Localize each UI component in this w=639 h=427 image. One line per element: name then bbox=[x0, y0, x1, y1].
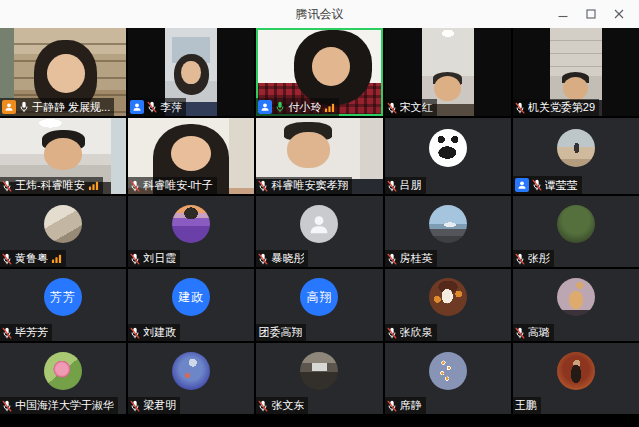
mic-muted-icon bbox=[515, 253, 525, 265]
mic-muted-icon bbox=[2, 180, 12, 192]
mic-muted-icon bbox=[387, 327, 397, 339]
participant-tile[interactable]: 黄鲁粤 bbox=[0, 196, 126, 267]
participant-label: 高璐 bbox=[513, 324, 554, 341]
participant-name: 张欣泉 bbox=[400, 326, 433, 339]
participant-label: 付小玲 bbox=[256, 98, 339, 116]
user-badge-icon bbox=[515, 178, 529, 192]
participant-label: 谭莹莹 bbox=[513, 176, 582, 194]
participant-name: 暴晓彤 bbox=[271, 252, 304, 265]
participant-label: 毕芳芳 bbox=[0, 324, 52, 341]
avatar bbox=[300, 352, 338, 390]
participant-tile[interactable]: 王鹏 bbox=[513, 343, 639, 414]
participant-tile[interactable]: 张彤 bbox=[513, 196, 639, 267]
mic-muted-icon bbox=[258, 180, 268, 192]
participant-label: 科睿唯安窦孝翔 bbox=[256, 177, 352, 194]
participant-tile[interactable]: 谭莹莹 bbox=[513, 118, 639, 194]
avatar-area bbox=[385, 196, 511, 251]
participant-name: 毕芳芳 bbox=[15, 326, 48, 339]
participant-tile[interactable]: 高璐 bbox=[513, 269, 639, 341]
volume-bars-icon bbox=[324, 102, 335, 113]
participant-grid: 于静静 发展规...李萍付小玲宋文红机关党委第29王炜-科睿唯安科睿唯安-叶子科… bbox=[0, 28, 639, 414]
participant-tile[interactable]: 于静静 发展规... bbox=[0, 28, 126, 116]
avatar-area bbox=[513, 196, 639, 251]
participant-tile[interactable]: 中国海洋大学于淑华 bbox=[0, 343, 126, 414]
participant-name: 刘建政 bbox=[143, 326, 176, 339]
user-badge-icon bbox=[2, 100, 16, 114]
mic-muted-icon bbox=[2, 327, 12, 339]
volume-bars-icon bbox=[51, 253, 62, 264]
title-bar: 腾讯会议 bbox=[0, 0, 639, 28]
participant-label: 吕朋 bbox=[385, 177, 426, 194]
participant-label: 黄鲁粤 bbox=[0, 250, 66, 267]
participant-tile[interactable]: 房桂英 bbox=[385, 196, 511, 267]
avatar-initials: 芳芳 bbox=[50, 289, 76, 306]
close-icon bbox=[614, 9, 624, 19]
participant-tile[interactable]: 张欣泉 bbox=[385, 269, 511, 341]
maximize-button[interactable] bbox=[579, 3, 603, 25]
user-badge-icon bbox=[258, 100, 272, 114]
participant-label: 席静 bbox=[385, 397, 426, 414]
mic-muted-icon bbox=[130, 327, 140, 339]
participant-tile[interactable]: 王炜-科睿唯安 bbox=[0, 118, 126, 194]
avatar bbox=[429, 129, 467, 167]
participant-label: 于静静 发展规... bbox=[0, 98, 114, 116]
participant-tile[interactable]: 刘日霞 bbox=[128, 196, 254, 267]
mic-on-icon bbox=[19, 101, 29, 113]
participant-name: 张文东 bbox=[271, 399, 304, 412]
avatar bbox=[557, 352, 595, 390]
mic-speaking-icon bbox=[275, 101, 285, 113]
participant-tile[interactable]: 建政刘建政 bbox=[128, 269, 254, 341]
user-badge-icon bbox=[130, 100, 144, 114]
participant-tile[interactable]: 科睿唯安-叶子 bbox=[128, 118, 254, 194]
avatar-area: 高翔 bbox=[256, 269, 382, 325]
maximize-icon bbox=[586, 9, 596, 19]
avatar-area bbox=[513, 343, 639, 398]
avatar-area bbox=[128, 196, 254, 251]
mic-muted-icon bbox=[515, 102, 525, 114]
participant-label: 科睿唯安-叶子 bbox=[128, 177, 217, 194]
participant-name: 吕朋 bbox=[400, 179, 422, 192]
participant-tile[interactable]: 暴晓彤 bbox=[256, 196, 382, 267]
participant-label: 张欣泉 bbox=[385, 324, 437, 341]
participant-tile[interactable]: 宋文红 bbox=[385, 28, 511, 116]
participant-label: 王鹏 bbox=[513, 397, 541, 414]
avatar-area bbox=[128, 343, 254, 398]
person-icon bbox=[308, 213, 330, 235]
participant-tile[interactable]: 席静 bbox=[385, 343, 511, 414]
minimize-button[interactable] bbox=[551, 3, 575, 25]
participant-name: 李萍 bbox=[160, 101, 182, 114]
participant-label: 宋文红 bbox=[385, 99, 437, 116]
participant-tile[interactable]: 吕朋 bbox=[385, 118, 511, 194]
participant-name: 张彤 bbox=[528, 252, 550, 265]
window-controls bbox=[551, 0, 631, 28]
participant-tile[interactable]: 机关党委第29 bbox=[513, 28, 639, 116]
mic-muted-icon bbox=[258, 253, 268, 265]
participant-tile[interactable]: 芳芳毕芳芳 bbox=[0, 269, 126, 341]
avatar bbox=[44, 352, 82, 390]
avatar bbox=[557, 205, 595, 243]
mic-muted-icon bbox=[2, 400, 12, 412]
participant-name: 高璐 bbox=[528, 326, 550, 339]
participant-tile[interactable]: 高翔团委高翔 bbox=[256, 269, 382, 341]
avatar-area bbox=[513, 269, 639, 325]
participant-name: 付小玲 bbox=[288, 101, 321, 114]
participant-tile[interactable]: 科睿唯安窦孝翔 bbox=[256, 118, 382, 194]
mic-muted-icon bbox=[258, 400, 268, 412]
participant-name: 机关党委第29 bbox=[528, 101, 595, 114]
participant-label: 张文东 bbox=[256, 397, 308, 414]
avatar-area bbox=[256, 196, 382, 251]
participant-label: 张彤 bbox=[513, 250, 554, 267]
participant-name: 于静静 发展规... bbox=[32, 101, 110, 114]
close-button[interactable] bbox=[607, 3, 631, 25]
participant-label: 房桂英 bbox=[385, 250, 437, 267]
avatar-area bbox=[0, 196, 126, 251]
participant-tile[interactable]: 李萍 bbox=[128, 28, 254, 116]
participant-tile[interactable]: 张文东 bbox=[256, 343, 382, 414]
mic-muted-icon bbox=[2, 253, 12, 265]
participant-tile[interactable]: 付小玲 bbox=[256, 28, 382, 116]
mic-muted-icon bbox=[515, 327, 525, 339]
mic-muted-icon bbox=[532, 179, 542, 191]
avatar-area bbox=[0, 343, 126, 398]
participant-tile[interactable]: 梁君明 bbox=[128, 343, 254, 414]
participant-name: 房桂英 bbox=[400, 252, 433, 265]
